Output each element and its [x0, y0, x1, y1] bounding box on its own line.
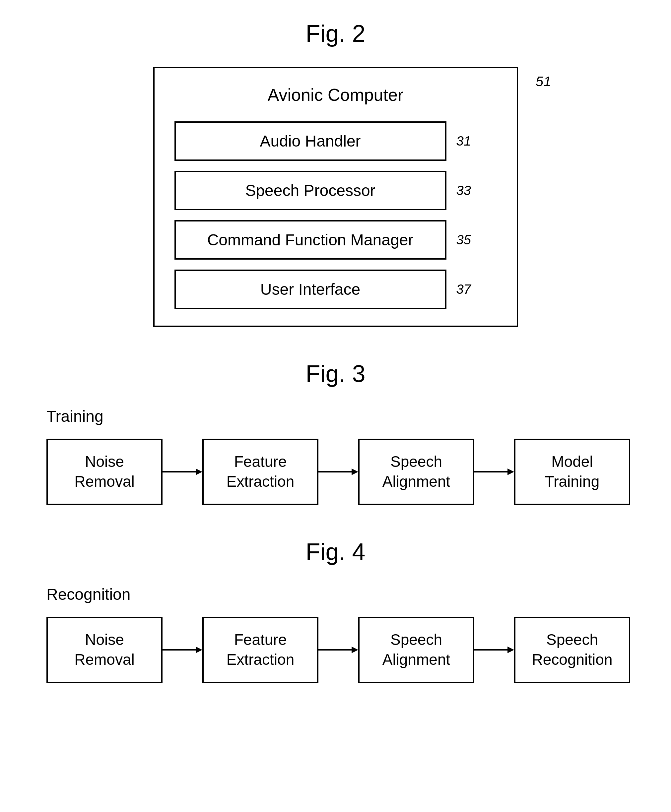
- figure-4-section: Fig. 4 Recognition Noise Removal Feature…: [13, 538, 658, 683]
- component-row-user-interface: User Interface 37: [174, 270, 497, 309]
- fig3-step-3: Speech Alignment: [358, 439, 474, 505]
- svg-marker-7: [196, 647, 202, 653]
- audio-handler-box: Audio Handler: [174, 121, 446, 161]
- figure-3-title: Fig. 3: [305, 360, 365, 387]
- fig4-step-3: Speech Alignment: [358, 617, 474, 683]
- avionic-computer-ref: 51: [536, 74, 551, 90]
- fig4-flow-section: Recognition Noise Removal Feature Extrac…: [13, 585, 658, 683]
- user-interface-box: User Interface: [174, 270, 446, 309]
- avionic-computer-box: Avionic Computer Audio Handler 31 Speech…: [153, 67, 518, 327]
- component-row-command-function-manager: Command Function Manager 35: [174, 220, 497, 260]
- fig3-step-1: Noise Removal: [46, 439, 162, 505]
- fig3-section-label: Training: [46, 407, 104, 425]
- figure-2-section: Fig. 2 Avionic Computer Audio Handler 31…: [13, 20, 658, 327]
- figure-3-section: Fig. 3 Training Noise Removal Feature Ex…: [13, 360, 658, 505]
- fig3-arrow-1: [162, 465, 202, 479]
- figure-4-title: Fig. 4: [305, 538, 365, 565]
- fig4-step-1: Noise Removal: [46, 617, 162, 683]
- svg-marker-11: [508, 647, 514, 653]
- speech-processor-ref: 33: [456, 183, 471, 198]
- command-function-manager-box: Command Function Manager: [174, 220, 446, 260]
- fig4-section-label: Recognition: [46, 585, 131, 603]
- fig4-arrow-1: [162, 643, 202, 656]
- fig3-step-4: Model Training: [514, 439, 630, 505]
- svg-marker-1: [196, 469, 202, 475]
- figure-2-title: Fig. 2: [305, 20, 365, 47]
- fig4-arrow-2: [318, 643, 358, 656]
- fig3-flow-diagram: Noise Removal Feature Extraction Speech …: [46, 439, 630, 505]
- audio-handler-ref: 31: [456, 134, 471, 149]
- speech-processor-box: Speech Processor: [174, 171, 446, 210]
- fig3-arrow-2: [318, 465, 358, 479]
- component-row-speech-processor: Speech Processor 33: [174, 171, 497, 210]
- fig3-step-2: Feature Extraction: [202, 439, 318, 505]
- fig4-arrow-3: [474, 643, 514, 656]
- fig3-arrow-3: [474, 465, 514, 479]
- command-function-manager-ref: 35: [456, 233, 471, 247]
- fig4-step-2: Feature Extraction: [202, 617, 318, 683]
- svg-marker-9: [352, 647, 358, 653]
- fig3-flow-section: Training Noise Removal Feature Extractio…: [13, 407, 658, 505]
- fig4-flow-diagram: Noise Removal Feature Extraction Speech …: [46, 617, 630, 683]
- svg-marker-3: [352, 469, 358, 475]
- component-row-audio-handler: Audio Handler 31: [174, 121, 497, 161]
- avionic-computer-label: Avionic Computer: [174, 85, 497, 105]
- user-interface-ref: 37: [456, 282, 471, 297]
- svg-marker-5: [508, 469, 514, 475]
- fig4-step-4: Speech Recognition: [514, 617, 630, 683]
